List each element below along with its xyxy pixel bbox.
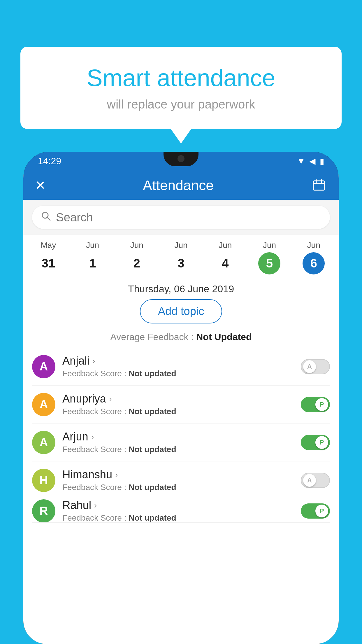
selected-date-label: Thursday, 06 June 2019: [23, 277, 339, 299]
date-month: Jun: [307, 241, 320, 250]
date-item-0[interactable]: May31: [26, 241, 71, 274]
wifi-icon: ▼: [297, 157, 305, 166]
student-info: Arjun ›Feedback Score : Not updated: [62, 430, 294, 454]
date-month: Jun: [263, 241, 276, 250]
student-name: Anupriya ›: [62, 393, 294, 405]
status-icons: ▼ ◀ ▮: [297, 156, 324, 166]
student-feedback: Feedback Score : Not updated: [62, 445, 294, 454]
date-month: Jun: [219, 241, 232, 250]
date-number[interactable]: 3: [170, 252, 192, 274]
student-name: Himanshu ›: [62, 468, 294, 481]
date-month: May: [41, 241, 56, 250]
avg-feedback-value: Not Updated: [196, 332, 252, 342]
date-item-4[interactable]: Jun4: [203, 241, 247, 274]
date-item-5[interactable]: Jun5: [247, 241, 292, 274]
date-number[interactable]: 5: [258, 252, 280, 274]
chevron-icon: ›: [115, 470, 118, 480]
student-name: Rahul ›: [62, 499, 294, 512]
attendance-toggle[interactable]: P: [301, 503, 330, 519]
student-item-3[interactable]: HHimanshu ›Feedback Score : Not updatedA: [32, 461, 330, 499]
avg-feedback-label: Average Feedback :: [110, 332, 196, 342]
student-feedback: Feedback Score : Not updated: [62, 513, 294, 523]
student-feedback: Feedback Score : Not updated: [62, 369, 294, 378]
student-item-1[interactable]: AAnupriya ›Feedback Score : Not updatedP: [32, 386, 330, 424]
date-item-1[interactable]: Jun1: [71, 241, 115, 274]
attendance-toggle[interactable]: P: [301, 397, 330, 412]
toggle-knob: A: [303, 360, 316, 373]
speech-bubble: Smart attendance will replace your paper…: [20, 47, 342, 129]
speech-bubble-container: Smart attendance will replace your paper…: [20, 47, 342, 129]
search-icon: [41, 211, 51, 224]
student-info: Himanshu ›Feedback Score : Not updated: [62, 468, 294, 492]
chevron-icon: ›: [109, 394, 112, 404]
svg-rect-0: [313, 181, 324, 190]
date-month: Jun: [174, 241, 187, 250]
toggle-knob: P: [315, 398, 328, 411]
student-name: Arjun ›: [62, 430, 294, 443]
toggle-knob: A: [303, 474, 316, 487]
bubble-subtitle: will replace your paperwork: [44, 97, 318, 111]
date-item-6[interactable]: Jun6: [291, 241, 336, 274]
student-info: Anupriya ›Feedback Score : Not updated: [62, 393, 294, 416]
top-bar: ✕ Attendance: [23, 171, 339, 200]
student-feedback: Feedback Score : Not updated: [62, 483, 294, 492]
date-item-2[interactable]: Jun2: [115, 241, 159, 274]
attendance-toggle[interactable]: A: [301, 473, 330, 488]
student-item-4[interactable]: RRahul ›Feedback Score : Not updatedP: [32, 499, 330, 523]
student-avatar: H: [32, 469, 55, 492]
student-list: AAnjali ›Feedback Score : Not updatedAAA…: [23, 348, 339, 523]
attendance-toggle[interactable]: P: [301, 435, 330, 450]
student-avatar: R: [32, 499, 55, 523]
phone-frame: 14:29 ▼ ◀ ▮ ✕ Attendance: [23, 152, 339, 644]
student-name: Anjali ›: [62, 355, 294, 367]
student-info: Rahul ›Feedback Score : Not updated: [62, 499, 294, 523]
date-number[interactable]: 4: [214, 252, 236, 274]
avg-feedback: Average Feedback : Not Updated: [23, 326, 339, 348]
student-item-2[interactable]: AArjun ›Feedback Score : Not updatedP: [32, 424, 330, 461]
date-number[interactable]: 1: [82, 252, 104, 274]
chevron-icon: ›: [92, 356, 95, 366]
chevron-icon: ›: [91, 432, 94, 442]
search-bar-wrapper: [23, 200, 339, 235]
date-number[interactable]: 6: [303, 252, 325, 274]
date-month: Jun: [130, 241, 143, 250]
student-feedback: Feedback Score : Not updated: [62, 407, 294, 416]
student-avatar: A: [32, 431, 55, 454]
toggle-knob: P: [315, 436, 328, 449]
student-avatar: A: [32, 393, 55, 416]
app-screen: ✕ Attendance: [23, 171, 339, 644]
date-number[interactable]: 31: [37, 252, 59, 274]
search-bar[interactable]: [32, 206, 330, 229]
signal-icon: ◀: [309, 156, 316, 166]
close-button[interactable]: ✕: [35, 178, 46, 193]
app-bar-title: Attendance: [46, 177, 311, 193]
battery-icon: ▮: [320, 156, 324, 166]
date-number[interactable]: 2: [126, 252, 148, 274]
date-item-3[interactable]: Jun3: [159, 241, 203, 274]
notch-camera: [178, 155, 184, 162]
calendar-button[interactable]: [311, 177, 327, 193]
student-avatar: A: [32, 355, 55, 378]
student-info: Anjali ›Feedback Score : Not updated: [62, 355, 294, 378]
toggle-knob: P: [315, 505, 328, 517]
status-time: 14:29: [38, 156, 61, 167]
svg-line-5: [47, 217, 50, 220]
date-selector: May31Jun1Jun2Jun3Jun4Jun5Jun6: [23, 235, 339, 277]
add-topic-button[interactable]: Add topic: [140, 299, 222, 323]
date-month: Jun: [86, 241, 99, 250]
student-item-0[interactable]: AAnjali ›Feedback Score : Not updatedA: [32, 348, 330, 386]
search-input[interactable]: [56, 211, 321, 224]
phone-notch: [164, 152, 198, 166]
attendance-toggle[interactable]: A: [301, 359, 330, 374]
chevron-icon: ›: [94, 501, 97, 510]
bubble-title: Smart attendance: [44, 64, 318, 92]
